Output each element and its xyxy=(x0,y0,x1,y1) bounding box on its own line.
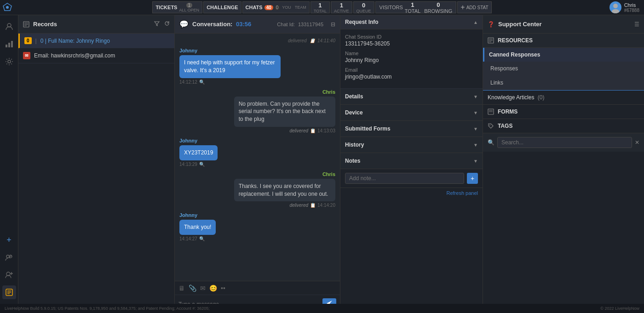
add-stat-label: ADD STAT xyxy=(466,5,489,10)
notes-header[interactable]: Notes ▼ xyxy=(340,153,483,169)
search-area: 🔍 ✕ xyxy=(483,133,644,152)
add-stat-button[interactable]: + ADD STAT xyxy=(457,1,491,13)
chats-active-count: 1 xyxy=(340,2,343,9)
main-layout: Records 0 | 0 | Full Name: Johnny Ringo … xyxy=(18,15,644,313)
canned-responses-header[interactable]: Canned Responses xyxy=(483,48,644,62)
search-clear-icon[interactable]: ✕ xyxy=(635,139,639,146)
name-field: Name Johnny Ringo xyxy=(345,51,478,63)
request-info-content: Chat Session ID 133117945-36205 Name Joh… xyxy=(340,29,483,89)
msg1-time: 14:12:12 xyxy=(179,80,197,85)
record-email: Email: hawkinsrchris@gmail.com xyxy=(34,52,115,59)
chat-messages[interactable]: delivered 📋 14:11:40 Johnny I need help … xyxy=(175,34,340,281)
chats-queue-label: QUEUE xyxy=(356,9,371,13)
chats-total-button[interactable]: 1 TOTAL xyxy=(310,1,330,13)
note-input[interactable] xyxy=(345,173,464,184)
refresh-panel-link[interactable]: Refresh panel xyxy=(447,190,478,196)
msg1-sender: Johnny xyxy=(179,48,281,53)
filter-icon[interactable] xyxy=(154,21,160,28)
records-header: Records xyxy=(18,15,174,34)
visitors-button[interactable]: VISITORS 1 TOTAL 0 BROWSING xyxy=(375,1,457,13)
tickets-count: 1 xyxy=(186,3,193,8)
history-header[interactable]: History ▼ xyxy=(340,137,483,153)
device-title: Device xyxy=(345,109,363,116)
records-title: Records xyxy=(33,21,150,28)
submitted-forms-header[interactable]: Submitted Forms ▼ xyxy=(340,121,483,137)
message-4: Chris Thanks. I see you are covered for … xyxy=(234,171,335,208)
svg-point-3 xyxy=(612,9,619,13)
chats-active-button[interactable]: 1 ACTIVE xyxy=(331,1,352,13)
logo xyxy=(2,2,12,12)
support-panel: ❓ Support Center ☰ RESOURCES Canned Resp… xyxy=(483,15,644,313)
conversation-time: 03:56 xyxy=(236,21,251,28)
chats-label: CHATS xyxy=(246,5,263,10)
email-icon[interactable]: ✉ xyxy=(200,285,206,292)
sidebar-item-person[interactable] xyxy=(2,20,16,34)
smiley-icon[interactable]: 😊 xyxy=(209,285,217,292)
device-header[interactable]: Device ▼ xyxy=(340,105,483,121)
tags-title: TAGS xyxy=(498,123,639,129)
knowledge-section: Knowledge Articles (0) xyxy=(483,91,644,105)
svg-rect-7 xyxy=(11,41,13,47)
support-menu-icon[interactable]: ☰ xyxy=(634,21,639,28)
refresh-icon[interactable] xyxy=(164,21,170,28)
sidebar-item-settings[interactable] xyxy=(2,55,16,68)
sidebar-item-user-add[interactable] xyxy=(2,268,16,282)
visitors-browsing-count: 0 xyxy=(437,1,440,8)
chats-total-label: TOTAL xyxy=(314,9,327,13)
details-title: Details xyxy=(345,93,363,100)
history-title: History xyxy=(345,142,364,148)
svg-rect-6 xyxy=(8,43,10,47)
notes-title: Notes xyxy=(345,158,360,164)
chat-header: 💬 Conversation: 03:56 Chat Id: 133117945… xyxy=(175,15,340,34)
user-name: Chris xyxy=(624,2,639,8)
submitted-forms-title: Submitted Forms xyxy=(345,125,391,132)
challenge-button[interactable]: CHALLENGE xyxy=(203,1,241,13)
details-arrow: ▼ xyxy=(473,94,478,99)
record-item-johnny[interactable]: 0 | 0 | Full Name: Johnny Ringo xyxy=(18,34,174,48)
svg-point-29 xyxy=(489,125,490,125)
session-id-label: Chat Session ID xyxy=(345,34,478,40)
footer: LiveHelpNow Build 5.9.0.15; US Patents N… xyxy=(0,304,644,313)
message-3: Johnny XY23T2019 14:13:29 🔍 xyxy=(179,138,218,167)
msg4-content: Thanks. I see you are covered for replac… xyxy=(234,179,335,202)
msg4-tick: 📋 xyxy=(310,203,316,208)
sidebar-item-add[interactable]: + xyxy=(2,233,16,247)
search-icon-msg5[interactable]: 🔍 xyxy=(199,236,205,241)
request-info-header[interactable]: Request Info ▲ xyxy=(340,15,483,29)
sidebar-item-chart[interactable] xyxy=(2,37,16,51)
search-input[interactable] xyxy=(497,137,632,148)
session-id-field: Chat Session ID 133117945-36205 xyxy=(345,34,478,47)
visitors-total-label: TOTAL xyxy=(405,8,420,14)
sidebar-item-group[interactable] xyxy=(2,250,16,264)
chats-button[interactable]: CHATS 40 0 YOU TEAM xyxy=(242,1,310,13)
conversation-label: Conversation: 03:56 xyxy=(192,21,273,28)
forms-section[interactable]: FORMS xyxy=(483,105,644,119)
chats-queue-button[interactable]: 0 QUEUE xyxy=(353,1,374,13)
support-header: ❓ Support Center ☰ xyxy=(483,15,644,34)
session-id-value: 133117945-36205 xyxy=(345,40,478,47)
more-icon[interactable]: •• xyxy=(221,285,225,292)
visitors-browsing-label: BROWSING xyxy=(424,8,452,14)
tags-section[interactable]: TAGS xyxy=(483,119,644,133)
responses-item[interactable]: Responses xyxy=(483,62,644,76)
tickets-button[interactable]: TICKETS 1 ALL OPEN xyxy=(152,1,202,13)
search-icon-msg1[interactable]: 🔍 xyxy=(199,80,205,85)
details-header[interactable]: Details ▼ xyxy=(340,89,483,105)
search-icon-msg3[interactable]: 🔍 xyxy=(199,162,205,167)
msg4-delivered: delivered xyxy=(289,203,308,208)
links-item[interactable]: Links xyxy=(483,76,644,90)
attachment-icon[interactable]: 📎 xyxy=(189,285,196,292)
chat-panel: 💬 Conversation: 03:56 Chat Id: 133117945… xyxy=(175,15,340,313)
screen-icon[interactable]: 🖥 xyxy=(178,285,185,292)
record-item-email[interactable]: ✉ Email: hawkinsrchris@gmail.com xyxy=(18,48,174,63)
request-info-title: Request Info xyxy=(345,19,379,25)
chat-menu-icon[interactable]: ⊟ xyxy=(331,21,335,28)
msg2-tick: 📋 xyxy=(310,128,316,133)
resources-header[interactable]: RESOURCES xyxy=(483,34,644,47)
resources-section: RESOURCES xyxy=(483,34,644,48)
sidebar-item-notes[interactable] xyxy=(2,285,16,299)
chats-you-label: YOU xyxy=(282,5,291,10)
request-info-arrow: ▲ xyxy=(473,20,478,25)
note-add-button[interactable]: + xyxy=(467,173,478,184)
knowledge-title: Knowledge Articles (0) xyxy=(488,94,639,101)
